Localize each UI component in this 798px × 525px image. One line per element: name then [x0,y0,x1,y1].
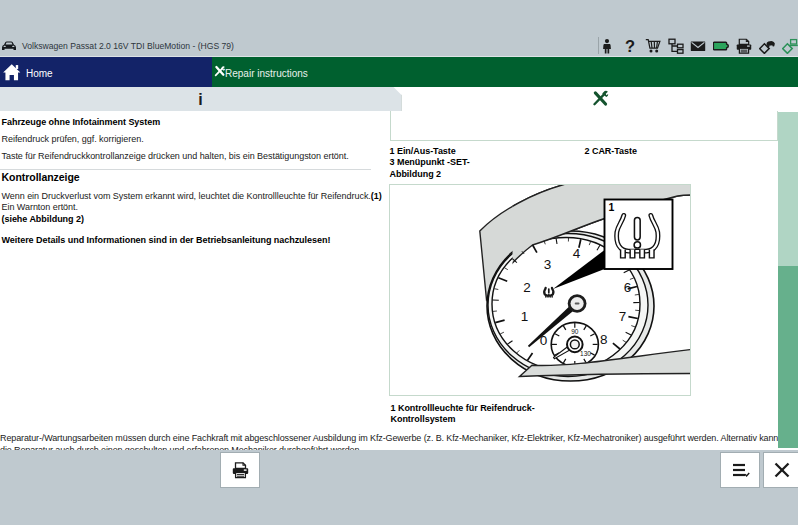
svg-text:130: 130 [580,350,591,357]
svg-text:7: 7 [618,309,626,324]
svg-text:6: 6 [623,279,631,294]
svg-text:1: 1 [608,201,614,213]
svg-text:90: 90 [571,328,579,335]
svg-text:1: 1 [520,308,528,323]
svg-text:?: ? [625,38,635,54]
svg-text:3: 3 [543,256,551,271]
svg-text:2: 2 [523,279,531,294]
svg-text:8: 8 [600,331,608,346]
svg-text:4: 4 [572,245,580,260]
